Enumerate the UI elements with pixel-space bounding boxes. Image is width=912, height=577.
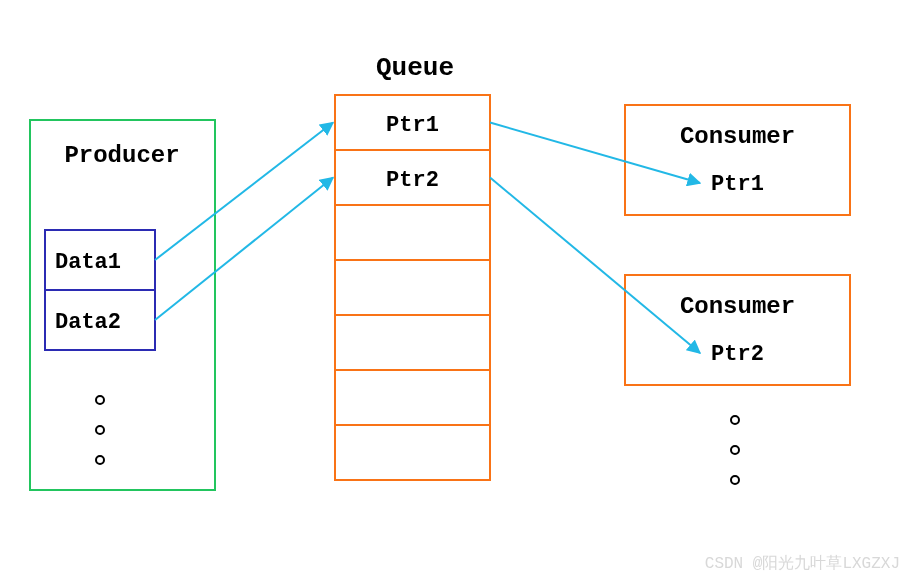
ellipsis-dot	[731, 416, 739, 424]
consumer-box	[625, 275, 850, 385]
consumer-ptr: Ptr1	[711, 172, 764, 197]
consumer-label: Consumer	[680, 123, 795, 150]
queue-item: Ptr2	[386, 168, 439, 193]
consumer-box	[625, 105, 850, 215]
queue-title: Queue	[376, 53, 454, 83]
ellipsis-dot	[96, 426, 104, 434]
queue-box	[335, 95, 490, 480]
arrow-data1-to-ptr1	[155, 123, 333, 261]
ellipsis-dot	[731, 476, 739, 484]
consumer-ptr: Ptr2	[711, 342, 764, 367]
arrow-ptr1-to-consumer1	[490, 123, 700, 184]
ellipsis-dot	[731, 446, 739, 454]
producer-label: Producer	[64, 142, 179, 169]
arrow-data2-to-ptr2	[155, 178, 333, 321]
arrow-ptr2-to-consumer2	[490, 178, 700, 354]
producer-data-item: Data1	[55, 250, 121, 275]
consumer-label: Consumer	[680, 293, 795, 320]
queue-item: Ptr1	[386, 113, 439, 138]
watermark: CSDN @阳光九叶草LXGZXJ	[705, 554, 900, 573]
producer-data-item: Data2	[55, 310, 121, 335]
ellipsis-dot	[96, 396, 104, 404]
ellipsis-dot	[96, 456, 104, 464]
producer-box	[30, 120, 215, 490]
